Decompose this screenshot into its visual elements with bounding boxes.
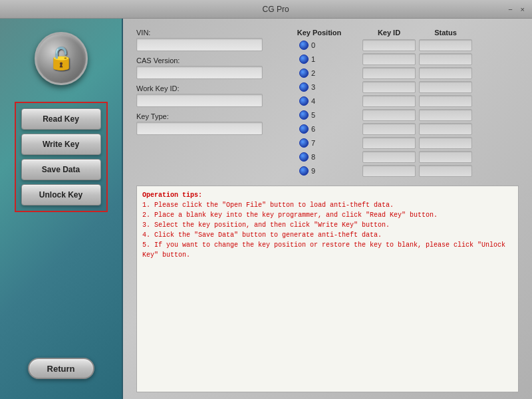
key-status-field-2[interactable]	[419, 67, 472, 79]
key-status-field-0[interactable]	[419, 39, 472, 51]
key-row-3: 3	[279, 81, 519, 93]
minimize-button[interactable]: −	[506, 5, 514, 13]
unlock-key-button[interactable]: Unlock Key	[21, 184, 101, 205]
cas-version-field-group: CAS Version:	[136, 57, 269, 79]
tips-lines: 1. Please click the "Open File" button t…	[142, 200, 513, 260]
tip-line-2: 3. Select the key position, and then cli…	[142, 220, 513, 230]
vin-label: VIN:	[136, 29, 269, 37]
key-dot-4	[299, 96, 309, 106]
lock-icon: 🔓	[48, 46, 74, 71]
key-dot-3	[299, 82, 309, 92]
action-button-group: Read Key Write Key Save Data Unlock Key	[15, 102, 108, 212]
key-dot-9	[299, 166, 309, 176]
key-status-header: Status	[419, 29, 472, 37]
keys-section: Key Position Key ID Status 0 1	[279, 29, 519, 179]
key-pos-label-0: 0	[311, 41, 321, 49]
write-key-button[interactable]: Write Key	[21, 134, 101, 155]
key-dot-7	[299, 138, 309, 148]
key-pos-label-1: 1	[311, 55, 321, 63]
key-row-2: 2	[279, 67, 519, 79]
key-dot-1	[299, 55, 309, 64]
cas-version-input[interactable]	[136, 66, 263, 79]
key-status-field-6[interactable]	[419, 123, 472, 135]
tip-line-3: 4. Click the "Save Data" button to gener…	[142, 230, 513, 240]
key-pos-label-9: 9	[311, 167, 321, 175]
key-id-field-1[interactable]	[362, 53, 416, 65]
key-pos-3: 3	[279, 82, 359, 92]
work-key-id-label: Work Key ID:	[136, 84, 269, 92]
key-row-0: 0	[279, 39, 519, 51]
key-position-header: Key Position	[279, 29, 359, 37]
key-id-field-6[interactable]	[362, 123, 416, 135]
title-bar: CG Pro − ×	[0, 0, 532, 19]
work-key-id-input[interactable]	[136, 94, 263, 107]
key-status-field-9[interactable]	[419, 165, 472, 177]
key-row-7: 7	[279, 137, 519, 149]
key-pos-0: 0	[279, 41, 359, 50]
save-data-button[interactable]: Save Data	[21, 159, 101, 180]
key-pos-label-3: 3	[311, 83, 321, 91]
key-id-field-5[interactable]	[362, 109, 416, 121]
window-controls: − ×	[506, 5, 527, 13]
key-pos-label-7: 7	[311, 139, 321, 147]
lock-icon-container: 🔓	[35, 32, 88, 85]
key-dot-2	[299, 68, 309, 78]
key-pos-label-5: 5	[311, 111, 321, 119]
keys-table-header: Key Position Key ID Status	[279, 29, 519, 37]
key-status-field-7[interactable]	[419, 137, 472, 149]
key-row-5: 5	[279, 109, 519, 121]
tip-line-0: 1. Please click the "Open File" button t…	[142, 200, 513, 210]
close-button[interactable]: ×	[519, 5, 527, 13]
work-key-id-field-group: Work Key ID:	[136, 84, 269, 107]
key-pos-8: 8	[279, 152, 359, 162]
key-dot-5	[299, 110, 309, 120]
key-status-field-3[interactable]	[419, 81, 472, 93]
key-pos-9: 9	[279, 166, 359, 176]
key-row-8: 8	[279, 151, 519, 163]
key-row-6: 6	[279, 123, 519, 135]
key-id-field-3[interactable]	[362, 81, 416, 93]
vin-field-group: VIN:	[136, 29, 269, 51]
vin-input[interactable]	[136, 38, 263, 51]
key-type-field-group: Key Type:	[136, 112, 269, 135]
key-status-field-5[interactable]	[419, 109, 472, 121]
return-button[interactable]: Return	[28, 358, 94, 379]
form-and-keys: VIN: CAS Version: Work Key ID: Key Type:	[136, 29, 519, 179]
key-id-field-8[interactable]	[362, 151, 416, 163]
key-pos-2: 2	[279, 68, 359, 78]
tip-line-1: 2. Place a blank key into the key progra…	[142, 210, 513, 220]
form-fields: VIN: CAS Version: Work Key ID: Key Type:	[136, 29, 269, 179]
key-pos-label-6: 6	[311, 125, 321, 133]
key-status-field-8[interactable]	[419, 151, 472, 163]
key-pos-4: 4	[279, 96, 359, 106]
key-type-input[interactable]	[136, 122, 263, 135]
key-id-field-7[interactable]	[362, 137, 416, 149]
cas-version-label: CAS Version:	[136, 57, 269, 65]
key-pos-label-4: 4	[311, 97, 321, 105]
tips-area: Operation tips: 1. Please click the "Ope…	[136, 186, 519, 392]
key-pos-label-8: 8	[311, 153, 321, 161]
key-pos-7: 7	[279, 138, 359, 148]
key-status-field-1[interactable]	[419, 53, 472, 65]
key-pos-label-2: 2	[311, 69, 321, 77]
sidebar: 🔓 Read Key Write Key Save Data Unlock Ke…	[0, 19, 123, 399]
main-container: 🔓 Read Key Write Key Save Data Unlock Ke…	[0, 19, 532, 399]
key-id-field-0[interactable]	[362, 39, 416, 51]
key-id-field-9[interactable]	[362, 165, 416, 177]
key-dot-8	[299, 152, 309, 162]
read-key-button[interactable]: Read Key	[21, 108, 101, 130]
key-row-9: 9	[279, 165, 519, 177]
key-dot-0	[299, 41, 309, 50]
key-type-label: Key Type:	[136, 112, 269, 120]
window-title: CG Pro	[45, 5, 506, 14]
key-pos-1: 1	[279, 55, 359, 64]
tips-title: Operation tips:	[142, 190, 513, 200]
key-row-4: 4	[279, 95, 519, 107]
key-pos-6: 6	[279, 124, 359, 134]
key-id-field-4[interactable]	[362, 95, 416, 107]
key-dot-6	[299, 124, 309, 134]
key-status-field-4[interactable]	[419, 95, 472, 107]
key-id-field-2[interactable]	[362, 67, 416, 79]
key-id-header: Key ID	[362, 29, 416, 37]
key-row-1: 1	[279, 53, 519, 65]
